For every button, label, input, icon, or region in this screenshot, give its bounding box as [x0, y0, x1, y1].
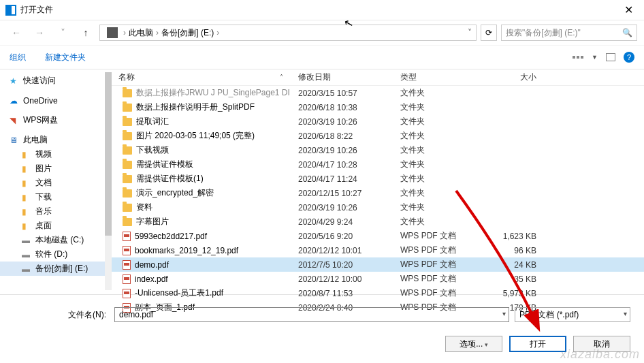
sidebar-scrollbar[interactable]: [105, 72, 112, 290]
file-type: 文件夹: [393, 173, 482, 185]
sidebar: ★快速访问 ☁OneDrive ◥WPS网盘 🖥此电脑 ▮视频 ▮图片 ▮文档 …: [0, 69, 112, 294]
filename-input[interactable]: demo.pdf ▾: [114, 307, 509, 322]
chevron-down-icon[interactable]: ˅: [468, 28, 472, 37]
sort-arrow-icon: ˄: [280, 74, 283, 81]
sidebar-item-this-pc[interactable]: 🖥此电脑: [0, 133, 112, 147]
file-row[interactable]: 图片 2020-03-05 11;49;05 (完整)2020/6/18 8:2…: [112, 129, 644, 143]
file-type: WPS PDF 文档: [393, 273, 482, 285]
file-type: WPS PDF 文档: [393, 287, 482, 299]
file-row[interactable]: 需提供证件模板(1)2020/4/17 11:24文件夹: [112, 172, 644, 186]
preview-pane-button[interactable]: [606, 53, 615, 61]
search-placeholder: 搜索"备份[勿删] (E:)": [506, 27, 581, 39]
file-type-filter[interactable]: PDF 文档 (*.pdf) ▾: [515, 307, 630, 322]
file-name: 图片 2020-03-05 11;49;05 (完整): [136, 130, 255, 142]
sidebar-item-quick-access[interactable]: ★快速访问: [0, 74, 112, 88]
file-name: -Unlicensed-员工表1.pdf: [135, 287, 223, 299]
main-area: ★快速访问 ☁OneDrive ◥WPS网盘 🖥此电脑 ▮视频 ▮图片 ▮文档 …: [0, 69, 644, 294]
navbar: ← → ˅ ↑ › 此电脑 › 备份[勿删] (E:) › ˅ ⟳ 搜索"备份[…: [0, 20, 644, 45]
file-size: 35 KB: [482, 274, 550, 284]
options-button[interactable]: 选项...: [445, 336, 502, 352]
sidebar-item-documents[interactable]: ▮文档: [0, 176, 112, 190]
breadcrumb-drive[interactable]: 备份[勿删] (E:): [161, 27, 214, 39]
file-name: index.pdf: [135, 274, 168, 284]
chevron-down-icon[interactable]: ▼: [592, 54, 598, 61]
file-type: 文件夹: [393, 187, 482, 199]
file-type: 文件夹: [393, 216, 482, 227]
file-date: 2012/7/5 10:20: [291, 260, 393, 270]
folder-icon: [123, 175, 132, 183]
chevron-down-icon[interactable]: ▾: [502, 310, 506, 317]
file-name: 演示_encrypted_解密: [136, 187, 214, 199]
file-row-selected[interactable]: demo.pdf2012/7/5 10:20WPS PDF 文档24 KB: [112, 257, 644, 272]
column-date[interactable]: 修改日期: [291, 72, 393, 83]
file-row[interactable]: index.pdf2020/12/12 10:00WPS PDF 文档35 KB: [112, 272, 644, 286]
file-row[interactable]: 演示_encrypted_解密2020/12/15 10:27文件夹: [112, 186, 644, 200]
up-button[interactable]: ↑: [76, 23, 95, 42]
file-date: 2020/4/17 10:28: [291, 160, 393, 170]
file-row[interactable]: 数据上报操作说明手册_SplitPDF2020/6/18 10:38文件夹: [112, 100, 644, 114]
open-button[interactable]: 打开: [509, 336, 566, 352]
help-icon[interactable]: ?: [624, 52, 634, 63]
sidebar-item-disk-d[interactable]: ▬软件 (D:): [0, 247, 112, 262]
file-row[interactable]: 数据上报操作JRWU J PU_SinglePage1 DI2020/3/15 …: [112, 86, 644, 100]
organize-menu[interactable]: 组织: [10, 52, 26, 63]
column-type[interactable]: 类型: [393, 72, 482, 83]
column-size[interactable]: 大小: [482, 72, 550, 83]
file-name: demo.pdf: [135, 260, 169, 270]
view-options-button[interactable]: [573, 56, 583, 59]
filename-label: 文件名(N):: [14, 309, 109, 321]
column-name[interactable]: 名称˄: [112, 72, 291, 83]
file-name: 数据上报操作说明手册_SplitPDF: [136, 101, 255, 113]
pdf-icon: [123, 232, 131, 241]
recent-dropdown[interactable]: ˅: [53, 23, 72, 42]
sidebar-item-videos[interactable]: ▮视频: [0, 147, 112, 161]
file-row[interactable]: 下载视频2020/3/19 10:26文件夹: [112, 143, 644, 157]
folder-icon: [123, 146, 132, 155]
file-row[interactable]: 资料2020/3/19 10:26文件夹: [112, 200, 644, 215]
file-name: bookmarks_2019_12_19.pdf: [135, 246, 238, 255]
file-size: 24 KB: [482, 260, 550, 270]
file-name: 提取词汇: [136, 116, 169, 127]
file-row[interactable]: -Unlicensed-员工表1.pdf2020/8/7 11:53WPS PD…: [112, 286, 644, 300]
titlebar: 打开文件 ✕: [0, 0, 644, 20]
file-size: 5,973 KB: [482, 289, 550, 298]
file-date: 2020/5/16 9:20: [291, 232, 393, 241]
file-row[interactable]: 提取词汇2020/3/19 10:26文件夹: [112, 114, 644, 129]
sidebar-item-disk-e[interactable]: ▬备份[勿删] (E:): [0, 262, 112, 276]
file-type: WPS PDF 文档: [393, 259, 482, 270]
breadcrumb[interactable]: › 此电脑 › 备份[勿删] (E:) › ˅: [99, 25, 477, 41]
chevron-down-icon[interactable]: ▾: [624, 310, 627, 317]
file-type: 文件夹: [393, 130, 482, 142]
file-date: 2020/6/18 10:38: [291, 103, 393, 112]
file-row[interactable]: bookmarks_2019_12_19.pdf2020/12/12 10:01…: [112, 243, 644, 257]
file-type: 文件夹: [393, 116, 482, 127]
file-list: 数据上报操作JRWU J PU_SinglePage1 DI2020/3/15 …: [112, 86, 644, 315]
sidebar-item-onedrive[interactable]: ☁OneDrive: [0, 93, 112, 108]
sidebar-item-pictures[interactable]: ▮图片: [0, 161, 112, 176]
folder-icon: [123, 218, 132, 226]
new-folder-button[interactable]: 新建文件夹: [45, 52, 86, 63]
breadcrumb-pc[interactable]: 此电脑: [129, 27, 153, 39]
refresh-button[interactable]: ⟳: [481, 25, 497, 41]
back-button[interactable]: ←: [7, 23, 26, 42]
file-row[interactable]: 5993ecb2dd217.pdf2020/5/16 9:20WPS PDF 文…: [112, 229, 644, 243]
close-icon[interactable]: ✕: [619, 3, 639, 16]
file-row[interactable]: 需提供证件模板2020/4/17 10:28文件夹: [112, 157, 644, 172]
sidebar-item-music[interactable]: ▮音乐: [0, 204, 112, 219]
folder-icon: [123, 204, 132, 212]
file-type: 文件夹: [393, 87, 482, 99]
forward-button[interactable]: →: [30, 23, 49, 42]
file-row[interactable]: 字幕图片2020/4/29 9:24文件夹: [112, 215, 644, 229]
drive-icon: [107, 27, 118, 38]
sidebar-item-disk-c[interactable]: ▬本地磁盘 (C:): [0, 233, 112, 247]
sidebar-item-desktop[interactable]: ▮桌面: [0, 219, 112, 233]
file-type: 文件夹: [393, 144, 482, 156]
sidebar-item-wps[interactable]: ◥WPS网盘: [0, 113, 112, 127]
watermark: xiazaiba.com: [560, 347, 640, 362]
pdf-icon: [123, 289, 131, 298]
search-input[interactable]: 搜索"备份[勿删] (E:)" 🔍: [501, 25, 637, 41]
chevron-right-icon: ›: [123, 28, 126, 37]
file-type: 文件夹: [393, 101, 482, 113]
file-size: 1,623 KB: [482, 232, 550, 241]
sidebar-item-downloads[interactable]: ▮下载: [0, 190, 112, 204]
